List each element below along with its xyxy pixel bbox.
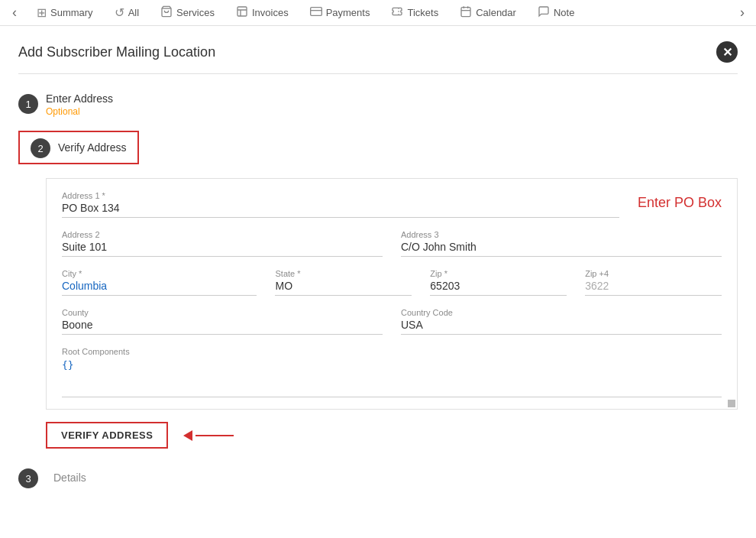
county-country-row: County Boone Country Code USA <box>62 308 722 335</box>
address1-value: PO Box 134 <box>62 202 619 218</box>
city-state-zip-row: City * Columbia State * MO Zip * 65203 Z… <box>62 269 722 296</box>
root-textarea[interactable]: {} <box>62 359 722 397</box>
state-field: State * MO <box>275 269 412 296</box>
notes-icon <box>538 5 550 21</box>
city-field: City * Columbia <box>62 269 257 296</box>
address3-value: C/O John Smith <box>401 241 722 257</box>
step-3-label: Details <box>53 472 86 484</box>
zip-value: 65203 <box>430 280 567 296</box>
po-box-message: Enter PO Box <box>638 195 722 214</box>
county-field: County Boone <box>62 308 383 335</box>
step-1: 1 Enter Address Optional <box>18 92 738 117</box>
svg-rect-4 <box>461 7 470 16</box>
root-components-section: Root Components {} <box>62 347 722 400</box>
step-1-sublabel: Optional <box>46 106 113 117</box>
zip-label: Zip * <box>430 269 567 278</box>
step-2-title: Verify Address <box>58 141 127 154</box>
arrow-indicator <box>183 430 234 441</box>
verify-address-button[interactable]: VERIFY ADDRESS <box>46 422 168 449</box>
nav-label-notes: Note <box>554 7 574 18</box>
city-value: Columbia <box>62 280 257 296</box>
nav-item-payments[interactable]: Payments <box>299 0 381 26</box>
step-3-circle: 3 <box>18 468 38 488</box>
services-icon <box>160 5 173 21</box>
nav-item-invoices[interactable]: Invoices <box>225 0 299 26</box>
root-label: Root Components <box>62 347 722 356</box>
address3-label: Address 3 <box>401 230 722 239</box>
nav-item-notes[interactable]: Note <box>527 0 585 26</box>
main-content: Add Subscriber Mailing Location ✕ 1 Ente… <box>0 26 756 538</box>
county-value: Boone <box>62 319 383 335</box>
page-title: Add Subscriber Mailing Location <box>18 44 215 60</box>
nav-item-summary[interactable]: ⊞ Summary <box>26 0 104 26</box>
zip-field: Zip * 65203 <box>430 269 567 296</box>
nav-label-invoices: Invoices <box>252 7 289 18</box>
nav-item-services[interactable]: Services <box>150 0 225 26</box>
zipplus4-value: 3622 <box>585 280 722 296</box>
country-field: Country Code USA <box>401 308 722 335</box>
step-1-label: Enter Address <box>46 92 113 105</box>
nav-more-button[interactable]: › <box>732 0 753 26</box>
address23-row: Address 2 Suite 101 Address 3 C/O John S… <box>62 230 722 257</box>
close-button[interactable]: ✕ <box>716 41 738 63</box>
step-2-header: 2 Verify Address <box>18 131 139 164</box>
step-2-circle: 2 <box>31 138 50 158</box>
back-button[interactable]: ‹ <box>3 0 26 26</box>
address3-field: Address 3 C/O John Smith <box>401 230 722 257</box>
step-1-circle: 1 <box>18 94 38 114</box>
step-3: 3 Details <box>18 467 738 488</box>
country-label: Country Code <box>401 308 722 317</box>
top-nav: ‹ ⊞ Summary ↺ All Services Invoices Paym… <box>0 0 756 26</box>
nav-label-summary: Summary <box>50 7 93 18</box>
address1-field: Address 1 * PO Box 134 <box>62 191 619 218</box>
nav-label-all: All <box>128 7 139 18</box>
address1-label: Address 1 * <box>62 191 619 200</box>
address2-label: Address 2 <box>62 230 383 239</box>
svg-rect-1 <box>237 7 247 16</box>
svg-rect-2 <box>310 7 321 15</box>
address1-row: Address 1 * PO Box 134 Enter PO Box <box>62 191 722 218</box>
nav-item-tickets[interactable]: Tickets <box>380 0 449 26</box>
history-icon: ↺ <box>115 5 124 20</box>
city-label: City * <box>62 269 257 278</box>
step-2-wrapper: 2 Verify Address Address 1 * PO Box 134 … <box>18 131 738 449</box>
nav-item-all[interactable]: ↺ All <box>104 0 150 26</box>
state-value: MO <box>275 280 412 296</box>
address2-field: Address 2 Suite 101 <box>62 230 383 257</box>
payments-icon <box>310 5 322 21</box>
state-label: State * <box>275 269 412 278</box>
calendar-icon <box>460 5 472 21</box>
tickets-icon <box>391 5 403 21</box>
arrow-line <box>195 435 234 436</box>
address-form: Address 1 * PO Box 134 Enter PO Box Addr… <box>46 178 738 410</box>
nav-label-tickets: Tickets <box>407 7 438 18</box>
country-value: USA <box>401 319 722 335</box>
address2-value: Suite 101 <box>62 241 383 257</box>
grid-icon: ⊞ <box>37 5 47 20</box>
nav-item-calendar[interactable]: Calendar <box>449 0 527 26</box>
nav-label-payments: Payments <box>326 7 370 18</box>
verify-row: VERIFY ADDRESS <box>46 422 738 449</box>
nav-label-calendar: Calendar <box>476 7 516 18</box>
invoices-icon <box>236 5 248 21</box>
zipplus4-field: Zip +4 3622 <box>585 269 722 296</box>
textarea-resizer[interactable] <box>728 400 735 407</box>
zipplus4-label: Zip +4 <box>585 269 722 278</box>
county-label: County <box>62 308 383 317</box>
nav-label-services: Services <box>176 7 215 18</box>
page-header: Add Subscriber Mailing Location ✕ <box>18 41 738 74</box>
arrow-head <box>183 430 192 441</box>
